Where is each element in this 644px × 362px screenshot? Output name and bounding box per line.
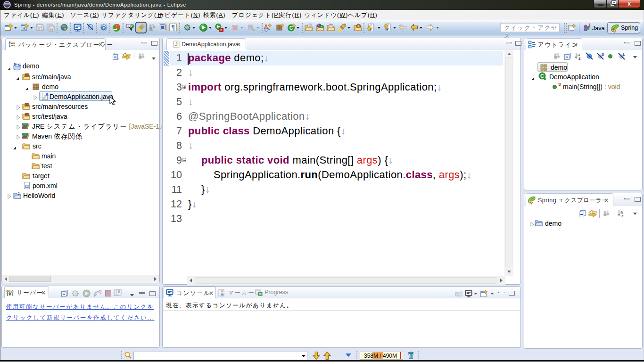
svg-text:C: C	[540, 73, 544, 79]
svg-text:C: C	[131, 25, 133, 28]
svg-text:z: z	[578, 56, 581, 60]
svg-text:S: S	[602, 52, 604, 57]
svg-text:J: J	[588, 24, 591, 28]
svg-text:J: J	[175, 42, 178, 47]
svg-text:L: L	[623, 52, 625, 57]
svg-text:z: z	[621, 214, 624, 218]
svg-text:¶: ¶	[171, 24, 175, 31]
